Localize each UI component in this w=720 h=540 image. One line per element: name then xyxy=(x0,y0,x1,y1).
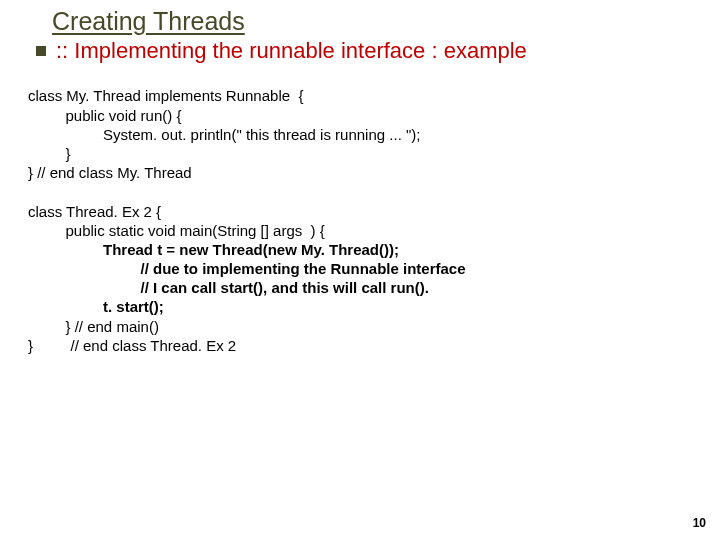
code-line: } // end class My. Thread xyxy=(28,164,192,181)
code-line: // due to implementing the Runnable inte… xyxy=(28,260,466,277)
code-line: } // end class Thread. Ex 2 xyxy=(28,337,236,354)
bullet-icon xyxy=(36,46,46,56)
code-line: } xyxy=(28,145,71,162)
subtitle-row: :: Implementing the runnable interface :… xyxy=(36,38,696,64)
code-line: } // end main() xyxy=(28,318,159,335)
code-line: t. start(); xyxy=(28,298,164,315)
code-line: System. out. println(" this thread is ru… xyxy=(28,126,420,143)
code-line: class My. Thread implements Runnable { xyxy=(28,87,303,104)
slide-title: Creating Threads xyxy=(52,6,696,36)
slide-subtitle: :: Implementing the runnable interface :… xyxy=(56,38,527,64)
slide: Creating Threads :: Implementing the run… xyxy=(0,0,720,540)
code-block: class My. Thread implements Runnable { p… xyxy=(28,86,696,355)
page-number: 10 xyxy=(693,516,706,530)
code-line: public static void main(String [] args )… xyxy=(28,222,325,239)
code-line: // I can call start(), and this will cal… xyxy=(28,279,429,296)
title-block: Creating Threads :: Implementing the run… xyxy=(36,6,696,64)
code-line: public void run() { xyxy=(28,107,181,124)
code-line: Thread t = new Thread(new My. Thread()); xyxy=(28,241,403,258)
code-line: class Thread. Ex 2 { xyxy=(28,203,161,220)
